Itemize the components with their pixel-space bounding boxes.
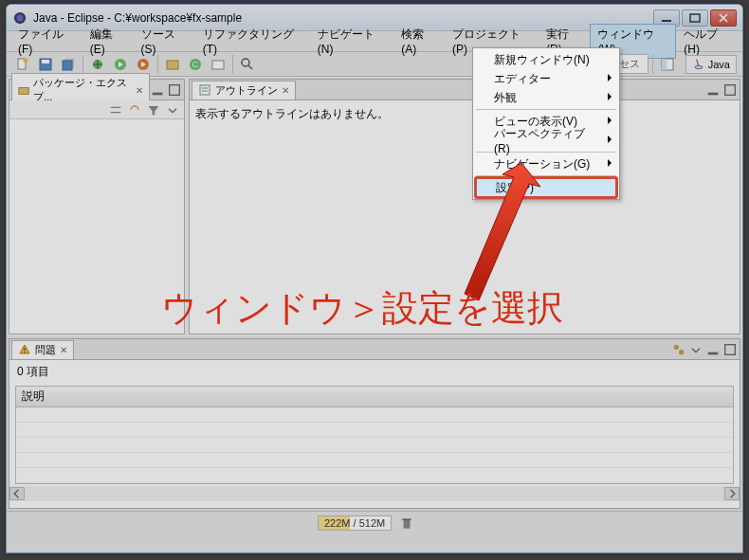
table-row <box>16 438 733 453</box>
view-menu-icon[interactable] <box>688 342 703 357</box>
svg-rect-28 <box>24 352 25 352</box>
toolbar-separator <box>82 55 83 74</box>
outline-view: アウトライン ✕ 表示するアウトラインはありません。 <box>189 79 740 334</box>
menu-perspective[interactable]: パースペクティブ(R) <box>475 131 617 150</box>
view-menu-icon[interactable] <box>165 102 180 117</box>
menu-editor[interactable]: エディター <box>475 69 617 88</box>
toolbar-separator <box>232 55 233 74</box>
submenu-icon <box>608 159 612 167</box>
svg-rect-19 <box>662 59 667 70</box>
minimize-view-icon[interactable] <box>705 82 721 98</box>
statusbar: 222M / 512M <box>7 511 742 533</box>
heap-status[interactable]: 222M / 512M <box>318 515 392 531</box>
collapse-all-icon[interactable] <box>108 102 123 117</box>
menu-navigate[interactable]: ナビゲート(N) <box>310 24 393 59</box>
outline-empty-text: 表示するアウトラインはありません。 <box>195 107 389 120</box>
outline-icon <box>198 83 211 97</box>
eclipse-window: Java - Eclipse - C:¥workspace¥fx-sample … <box>6 4 743 553</box>
toolbar-separator <box>157 55 158 74</box>
menu-help[interactable]: ヘルプ(H) <box>676 24 739 59</box>
menu-search[interactable]: 検索(A) <box>393 24 445 59</box>
submenu-icon <box>608 135 612 143</box>
close-icon[interactable]: ✕ <box>282 85 289 96</box>
horizontal-scrollbar[interactable] <box>9 486 740 501</box>
svg-rect-23 <box>170 84 180 95</box>
maximize-view-icon[interactable] <box>722 82 738 98</box>
save-all-icon[interactable] <box>58 54 79 75</box>
scroll-right-icon[interactable] <box>724 487 740 500</box>
table-row <box>16 423 733 438</box>
tab-label: 問題 <box>35 343 56 357</box>
svg-rect-32 <box>725 344 736 354</box>
outline-body: 表示するアウトラインはありません。 <box>190 100 740 334</box>
table-header-description[interactable]: 説明 <box>16 387 733 407</box>
workspace: パッケージ・エクスプ... ✕ アウトライン <box>7 77 742 336</box>
minimize-view-icon[interactable] <box>150 82 165 98</box>
svg-rect-3 <box>690 14 700 22</box>
debug-icon[interactable] <box>87 54 108 75</box>
search-icon[interactable] <box>237 54 258 75</box>
table-row <box>16 407 733 423</box>
package-explorer-body <box>9 119 184 334</box>
tab-outline[interactable]: アウトライン ✕ <box>192 81 296 99</box>
svg-point-17 <box>242 59 249 66</box>
new-icon[interactable] <box>12 54 33 75</box>
menu-navigation[interactable]: ナビゲーション(G) <box>475 154 617 173</box>
svg-rect-22 <box>153 92 163 95</box>
perspective-java[interactable]: Java <box>685 55 737 74</box>
toolbar-separator <box>652 55 653 74</box>
view-tabstrip: アウトライン ✕ <box>190 80 740 100</box>
svg-point-30 <box>679 350 684 354</box>
svg-point-1 <box>17 14 24 21</box>
new-package-icon[interactable] <box>162 54 183 75</box>
warning-icon <box>18 343 31 356</box>
perspective-label: Java <box>708 59 730 70</box>
view-toolbar <box>9 100 184 119</box>
link-editor-icon[interactable] <box>127 102 142 117</box>
open-type-icon[interactable] <box>208 54 228 75</box>
window-menu-dropdown: 新規ウィンドウ(N) エディター 外観 ビューの表示(V) パースペクティブ(R… <box>472 47 620 200</box>
svg-point-5 <box>24 58 28 63</box>
save-icon[interactable] <box>35 54 56 75</box>
maximize-view-icon[interactable] <box>722 342 738 357</box>
table-row <box>16 468 733 483</box>
package-explorer-view: パッケージ・エクスプ... ✕ <box>9 79 185 334</box>
menu-preferences[interactable]: 設定(P) <box>474 176 618 199</box>
svg-rect-13 <box>167 61 178 69</box>
new-class-icon[interactable]: C <box>185 54 206 75</box>
filters-icon[interactable] <box>146 102 161 117</box>
svg-rect-16 <box>212 61 224 69</box>
menubar: ファイル(F) 編集(E) ソース(S) リファクタリング(T) ナビゲート(N… <box>7 31 742 52</box>
problems-summary: 0 項目 <box>9 360 740 384</box>
minimize-view-icon[interactable] <box>705 342 721 357</box>
svg-point-29 <box>674 344 679 349</box>
tab-problems[interactable]: 問題 ✕ <box>11 340 74 359</box>
package-icon <box>18 83 29 97</box>
svg-rect-2 <box>662 20 671 22</box>
svg-rect-33 <box>404 519 411 528</box>
maximize-view-icon[interactable] <box>167 82 182 98</box>
svg-rect-9 <box>63 61 72 70</box>
svg-rect-21 <box>19 87 28 94</box>
menu-new-window[interactable]: 新規ウィンドウ(N) <box>475 50 617 69</box>
gc-icon[interactable] <box>399 515 414 531</box>
view-tabstrip: 問題 ✕ <box>9 339 740 360</box>
window-title: Java - Eclipse - C:¥workspace¥fx-sample <box>33 11 653 25</box>
problems-view: 問題 ✕ 0 項目 説明 <box>9 338 740 509</box>
tab-label: アウトライン <box>215 83 278 98</box>
menu-separator <box>476 109 616 110</box>
open-perspective-icon[interactable] <box>657 54 678 75</box>
svg-rect-27 <box>24 348 25 351</box>
run-last-icon[interactable] <box>133 54 154 75</box>
svg-rect-26 <box>725 84 736 95</box>
table-row <box>16 453 733 468</box>
submenu-icon <box>608 117 612 124</box>
svg-point-20 <box>695 65 703 68</box>
scroll-left-icon[interactable] <box>9 487 25 500</box>
close-icon[interactable]: ✕ <box>136 85 143 96</box>
filters-icon[interactable] <box>671 342 686 357</box>
run-icon[interactable] <box>110 54 131 75</box>
svg-rect-25 <box>708 92 719 95</box>
close-icon[interactable]: ✕ <box>60 345 67 355</box>
menu-appearance[interactable]: 外観 <box>475 88 617 107</box>
